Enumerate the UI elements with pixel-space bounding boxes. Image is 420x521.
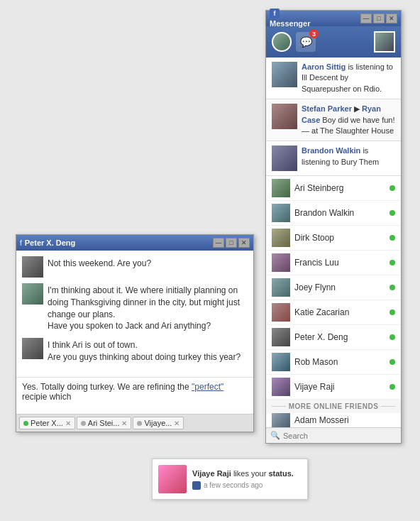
stefan-news-text: Stefan Parker ▶ Ryan Case Boy did we hav… [302, 104, 395, 136]
friend-item-peter[interactable]: Peter X. Deng [266, 325, 401, 350]
ari-avatar [272, 179, 290, 197]
chat-minimize-button[interactable]: — [213, 238, 224, 248]
friend-item-rob[interactable]: Rob Mason [266, 350, 401, 375]
rob-online-status [389, 359, 395, 365]
rob-name: Rob Mason [294, 357, 385, 367]
notification-avatar [158, 465, 187, 493]
news-item-aaron[interactable]: Aaron Sittig is listening to Ill Descent… [266, 57, 401, 99]
chat-tabs: Peter X... ✕ Ari Stei... ✕ Vijaye... ✕ [16, 414, 253, 432]
chat-title-left: f Peter X. Deng [20, 238, 75, 247]
vijaye-tab-status-dot [137, 421, 142, 426]
messenger-logo-icon: f [270, 9, 280, 18]
messenger-restore-button[interactable]: □ [373, 13, 385, 23]
vijaye-name: Vijaye Raji [294, 382, 385, 392]
chat-msg-3-text: I think Ari is out of town.Are you guys … [48, 338, 241, 363]
vijaye-tab-name: Vijaye... [144, 419, 172, 427]
chat-message-1: Not this weekend. Are you? [22, 256, 248, 278]
messenger-title-left: f Messenger [270, 9, 310, 28]
notification-user: Vijaye Raji [192, 469, 231, 478]
chat-window: f Peter X. Deng — □ ✕ Not this weekend. … [16, 234, 254, 432]
friend-item-ari[interactable]: Ari Steinberg [266, 176, 401, 201]
friends-list: Ari Steinberg Brandon Walkin Dirk Stoop … [266, 176, 401, 427]
peter-online-status [389, 334, 395, 340]
friend-item-vijaye[interactable]: Vijaye Raji [266, 375, 401, 400]
notification-text: Vijaye Raji likes your status. [192, 468, 294, 479]
chat-close-button[interactable]: ✕ [238, 238, 250, 248]
ari-tab-close[interactable]: ✕ [121, 419, 127, 427]
francis-avatar [272, 253, 290, 272]
katie-name: Katie Zacarian [294, 307, 385, 317]
katie-online-status [389, 309, 395, 315]
chat-titlebar: f Peter X. Deng — □ ✕ [16, 235, 253, 251]
peter-tab-name: Peter X... [31, 419, 63, 427]
brandon-news-name: Brandon Walkin [302, 146, 360, 155]
messenger-title: Messenger [270, 19, 310, 28]
messenger-titlebar: f Messenger — □ ✕ [266, 11, 401, 26]
notification-action: likes your [231, 469, 269, 478]
friend-item-francis[interactable]: Francis Luu [266, 251, 401, 275]
peter-tab-close[interactable]: ✕ [65, 419, 71, 427]
stefan-avatar [272, 104, 297, 129]
friend-item-katie[interactable]: Katie Zacarian [266, 300, 401, 325]
messenger-panel: f Messenger — □ ✕ 💬 3 Aaron Sittig is li… [265, 10, 402, 444]
chat-tab-peter[interactable]: Peter X... ✕ [19, 417, 75, 429]
brandon-walkin-avatar [272, 204, 290, 222]
dirk-name: Dirk Stoop [294, 233, 385, 243]
chat-msg-3-avatar [22, 338, 43, 359]
brandon-news-avatar [272, 146, 297, 171]
messenger-minimize-button[interactable]: — [360, 13, 372, 23]
divider-line-right [381, 406, 395, 407]
friend-item-joey[interactable]: Joey Flynn [266, 275, 401, 300]
friend-item-brandon-walkin[interactable]: Brandon Walkin [266, 201, 401, 226]
ari-online-status [389, 185, 395, 191]
notification-time: a few seconds ago [204, 481, 262, 489]
news-item-brandon[interactable]: Brandon Walkin is listening to Bury Them [266, 141, 401, 176]
divider-line-left [272, 406, 286, 407]
chat-msg-2-text: I'm thinking about it. We where initiall… [48, 283, 248, 332]
stefan-arrow: ▶ [352, 104, 362, 113]
aaron-avatar [272, 62, 297, 87]
rob-avatar [272, 353, 290, 371]
chat-window-controls: — □ ✕ [213, 238, 250, 248]
brandon-news-text: Brandon Walkin is listening to Bury Them [302, 146, 395, 171]
chat-input-text-after: recipie which [22, 392, 71, 402]
vijaye-online-status [389, 384, 395, 390]
search-input[interactable] [283, 432, 397, 440]
adam-name: Adam Mosseri [294, 415, 395, 425]
chat-tab-ari[interactable]: Ari Stei... ✕ [77, 417, 132, 429]
messenger-header-people-icon[interactable] [272, 32, 292, 52]
more-friends-divider: MORE ONLINE FRIENDS [266, 400, 401, 413]
brandon-walkin-name: Brandon Walkin [294, 208, 385, 218]
messenger-window-controls: — □ ✕ [360, 13, 397, 23]
messenger-header: 💬 3 [266, 26, 401, 57]
chat-msg-1-text: Not this weekend. Are you? [48, 256, 151, 270]
messenger-header-chat-icon[interactable]: 💬 3 [296, 32, 316, 52]
notification-target: status. [268, 469, 293, 478]
messenger-header-avatar [374, 31, 395, 53]
friend-item-dirk[interactable]: Dirk Stoop [266, 226, 401, 251]
news-item-stefan[interactable]: Stefan Parker ▶ Ryan Case Boy did we hav… [266, 99, 401, 141]
ari-tab-status-dot [81, 421, 86, 426]
chat-input-text-before: Yes. Totally doing turkey. We are refini… [22, 382, 192, 392]
messenger-search-bar[interactable]: 🔍 [266, 427, 401, 443]
search-icon: 🔍 [270, 431, 280, 440]
aaron-news-text: Aaron Sittig is listening to Ill Descent… [302, 62, 395, 94]
ari-name: Ari Steinberg [294, 183, 385, 193]
chat-tab-vijaye[interactable]: Vijaye... ✕ [133, 417, 184, 429]
notification-content: Vijaye Raji likes your status. a few sec… [192, 468, 294, 489]
peter-name: Peter X. Deng [294, 332, 385, 342]
brandon-walkin-online-status [389, 210, 395, 216]
francis-name: Francis Luu [294, 258, 385, 268]
chat-input-area[interactable]: Yes. Totally doing turkey. We are refini… [16, 377, 253, 414]
chat-restore-button[interactable]: □ [226, 238, 237, 248]
chat-message-2: I'm thinking about it. We where initiall… [22, 283, 248, 332]
joey-online-status [389, 285, 395, 290]
vijaye-tab-close[interactable]: ✕ [174, 419, 179, 427]
chat-title-name: Peter X. Deng [25, 238, 76, 247]
stefan-name: Stefan Parker [302, 104, 352, 113]
dirk-avatar [272, 229, 290, 247]
messenger-close-button[interactable]: ✕ [386, 13, 397, 23]
chat-message-3: I think Ari is out of town.Are you guys … [22, 338, 248, 363]
friend-item-adam[interactable]: Adam Mosseri [266, 413, 401, 427]
dirk-online-status [389, 235, 395, 241]
